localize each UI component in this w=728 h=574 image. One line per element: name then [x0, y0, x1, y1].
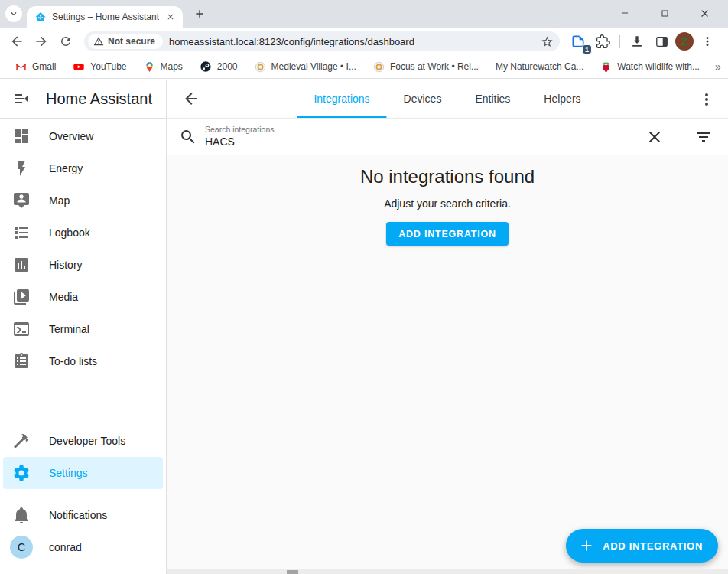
side-panel-button[interactable]	[651, 31, 672, 52]
reload-button[interactable]	[55, 31, 76, 52]
minimize-button[interactable]	[613, 2, 636, 24]
search-field[interactable]: Search integrations	[205, 125, 645, 148]
tab-close-button[interactable]	[164, 11, 177, 23]
bookmark-focus-at-work[interactable]: Focus at Work • Rel...	[367, 59, 485, 75]
toolbar-divider	[619, 35, 620, 48]
chart-box-icon	[12, 256, 31, 274]
maximize-icon	[660, 8, 670, 18]
ambience-icon	[255, 61, 266, 73]
play-box-multiple-icon	[12, 288, 31, 306]
close-window-button[interactable]	[693, 2, 716, 24]
forward-arrow-icon	[34, 34, 49, 49]
horizontal-scrollbar[interactable]	[167, 569, 728, 574]
window-controls	[613, 0, 722, 26]
browser-titlebar: Settings – Home Assistant	[0, 0, 728, 28]
menu-toggle-icon[interactable]	[12, 90, 31, 108]
sidebar-bottom: Developer Tools Settings Notifications C…	[0, 425, 166, 574]
plus-icon	[193, 8, 206, 20]
ha-sidebar: Home Assistant Overview Energy Map Log	[0, 80, 167, 574]
config-tabs: Integrations Devices Entities Helpers	[297, 80, 597, 118]
sidebar-item-overview[interactable]: Overview	[0, 120, 166, 152]
steam-icon	[200, 60, 212, 73]
list-bulleted-icon	[12, 223, 31, 242]
extension-button[interactable]: 1	[567, 31, 589, 52]
star-icon	[541, 35, 554, 48]
profile-avatar[interactable]: Z	[675, 32, 694, 51]
sidebar-nav: Overview Energy Map Logbook History	[0, 119, 166, 377]
sidebar-item-media[interactable]: Media	[0, 281, 166, 313]
browser-menu-button[interactable]	[697, 31, 718, 52]
sidebar-item-history[interactable]: History	[0, 249, 166, 281]
bookmark-naturewatch[interactable]: My Naturewatch Ca...	[489, 59, 590, 74]
sidebar-item-terminal[interactable]: Terminal	[0, 313, 166, 345]
bookmarks-overflow-button[interactable]: »	[710, 60, 726, 73]
sidebar-item-logbook[interactable]: Logbook	[0, 217, 166, 249]
address-bar[interactable]: Not secure homeassistant.local:8123/conf…	[84, 31, 560, 51]
bookmark-watch-wildlife[interactable]: Watch wildlife with...	[594, 59, 706, 75]
tab-helpers[interactable]: Helpers	[527, 80, 597, 118]
bookmark-steam[interactable]: 2000	[193, 58, 244, 75]
sidebar-item-map[interactable]: Map	[0, 184, 166, 217]
empty-state-subtitle: Adjust your search criteria.	[384, 197, 511, 210]
side-panel-icon	[655, 34, 669, 49]
close-icon	[166, 12, 175, 21]
maps-pin-icon	[144, 61, 155, 73]
browser-tab[interactable]: Settings – Home Assistant	[27, 6, 183, 28]
tab-entities[interactable]: Entities	[458, 80, 527, 118]
clear-search-button[interactable]	[645, 128, 664, 146]
tab-integrations[interactable]: Integrations	[297, 80, 386, 118]
search-field-label: Search integrations	[205, 125, 645, 135]
new-tab-button[interactable]	[189, 3, 210, 24]
back-button[interactable]	[6, 31, 28, 52]
ha-main: Integrations Devices Entities Helpers Se…	[167, 80, 728, 574]
add-integration-fab[interactable]: ADD INTEGRATION	[566, 529, 718, 563]
dashboard-icon	[12, 127, 31, 145]
close-icon	[699, 8, 710, 19]
bookmark-maps[interactable]: Maps	[138, 59, 189, 75]
bookmark-medieval-village[interactable]: Medieval Village • I...	[249, 59, 362, 75]
browser-window: Settings – Home Assistant Not secure hom…	[0, 0, 728, 574]
overflow-menu-button[interactable]	[697, 90, 716, 109]
sidebar-header: Home Assistant	[0, 80, 166, 119]
minimize-icon	[619, 8, 630, 18]
warning-triangle-icon	[93, 36, 104, 47]
filter-button[interactable]	[694, 128, 713, 146]
sidebar-item-energy[interactable]: Energy	[0, 152, 166, 184]
tab-title: Settings – Home Assistant	[52, 11, 159, 22]
search-icon	[179, 128, 197, 146]
forward-button[interactable]	[31, 31, 52, 52]
back-arrow-icon	[9, 34, 24, 49]
app-title: Home Assistant	[46, 90, 152, 108]
sidebar-item-settings[interactable]: Settings	[3, 457, 163, 489]
sidebar-divider	[0, 494, 166, 494]
tooltip-account-icon	[12, 191, 31, 210]
back-arrow-button[interactable]	[182, 90, 200, 108]
chevron-down-icon	[8, 8, 19, 19]
security-label: Not secure	[108, 36, 155, 47]
sidebar-item-user[interactable]: C conrad	[0, 531, 166, 563]
reload-icon	[59, 34, 73, 48]
bookmark-star-button[interactable]	[538, 33, 555, 50]
gear-icon	[12, 464, 31, 482]
scrollbar-thumb[interactable]	[287, 570, 298, 574]
tab-devices[interactable]: Devices	[387, 80, 459, 118]
tab-search-button[interactable]	[5, 5, 22, 22]
download-icon	[629, 34, 645, 49]
raspberry-pi-icon	[600, 61, 612, 73]
sidebar-item-todo-lists[interactable]: To-do lists	[0, 345, 166, 377]
plus-icon	[578, 537, 595, 554]
url-text: homeassistant.local:8123/config/integrat…	[169, 36, 532, 47]
add-integration-button[interactable]: ADD INTEGRATION	[386, 222, 509, 246]
bell-icon	[12, 506, 31, 524]
sidebar-item-notifications[interactable]: Notifications	[0, 499, 166, 531]
extension-badge: 1	[582, 44, 592, 54]
home-assistant-favicon	[34, 11, 47, 23]
search-input[interactable]	[205, 135, 645, 148]
bookmark-gmail[interactable]: Gmail	[9, 59, 62, 75]
maximize-button[interactable]	[653, 2, 676, 24]
sidebar-item-developer-tools[interactable]: Developer Tools	[0, 425, 166, 457]
downloads-button[interactable]	[626, 31, 648, 52]
extensions-menu-button[interactable]	[592, 31, 613, 52]
security-chip[interactable]: Not secure	[88, 34, 163, 49]
bookmark-youtube[interactable]: YouTube	[67, 58, 132, 75]
